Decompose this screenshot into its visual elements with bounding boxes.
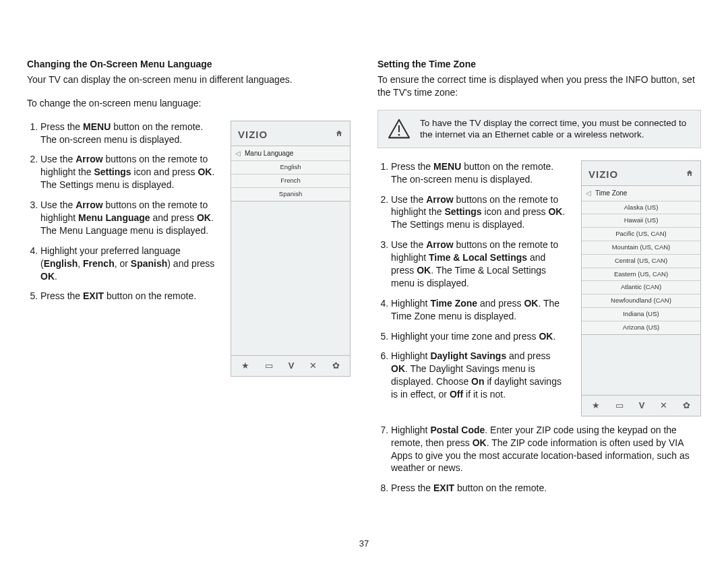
menu-row: Atlantic (CAN) <box>582 281 700 294</box>
menu-row: Mountain (US, CAN) <box>582 241 700 255</box>
gear-icon: ✿ <box>683 400 690 412</box>
screenshot-footer: ★ ▭ V ✕ ✿ <box>582 395 700 416</box>
menu-row: Hawaii (US) <box>582 214 700 228</box>
screenshot-time-zone: VIZIO ◁ Time Zone Alaska (US)Hawaii (US)… <box>581 160 701 416</box>
left-steps: Press the MENU button on the remote. The… <box>27 121 218 303</box>
list-item: Use the Arrow buttons on the remote to h… <box>391 193 569 232</box>
menu-row: Alaska (US) <box>582 201 700 215</box>
list-item: Press the EXIT button on the remote. <box>391 482 701 495</box>
warning-icon <box>388 119 411 139</box>
list-item: Highlight Time Zone and press OK. The Ti… <box>391 297 569 323</box>
star-icon: ★ <box>241 360 249 372</box>
warning-text: To have the TV display the correct time,… <box>420 117 691 141</box>
list-item: Press the EXIT button on the remote. <box>40 290 218 303</box>
star-icon: ★ <box>592 400 600 412</box>
home-icon <box>335 129 343 140</box>
brand-logo: VIZIO <box>588 168 618 181</box>
list-item: Highlight your preferred language (Engli… <box>40 245 218 283</box>
menu-row: English <box>231 161 350 175</box>
list-item: Press the MENU button on the remote. The… <box>40 121 218 146</box>
back-icon: ◁ <box>586 189 591 198</box>
list-item: Press the MENU button on the remote. The… <box>391 160 569 186</box>
list-item: Use the Arrow buttons on the remote to h… <box>391 239 569 290</box>
right-column: Setting the Time Zone To ensure the corr… <box>377 58 701 502</box>
home-icon <box>686 169 694 180</box>
close-icon: ✕ <box>660 400 667 412</box>
back-icon: ◁ <box>235 149 241 158</box>
svg-point-1 <box>398 134 400 136</box>
right-heading: Setting the Time Zone <box>377 58 701 71</box>
brand-logo: VIZIO <box>238 128 268 142</box>
v-icon: V <box>639 400 645 412</box>
close-icon: ✕ <box>309 360 317 372</box>
menu-row: Spanish <box>231 188 350 201</box>
menu-title: Manu Language <box>245 149 293 158</box>
screenshot-footer: ★ ▭ V ✕ ✿ <box>231 355 350 376</box>
v-icon: V <box>289 360 295 372</box>
menu-title-row: ◁ Manu Language <box>231 146 350 162</box>
menu-row: Indiana (US) <box>582 308 700 321</box>
list-item: Use the Arrow buttons on the remote to h… <box>40 153 218 191</box>
right-intro: To ensure the correct time is displayed … <box>377 73 701 99</box>
menu-row: Arizona (US) <box>582 321 700 334</box>
left-column: Changing the On-Screen Menu Language You… <box>27 58 351 502</box>
menu-rows: Alaska (US)Hawaii (US)Pacific (US, CAN)M… <box>582 201 700 334</box>
screenshot-menu-language: VIZIO ◁ Manu Language EnglishFrenchSpani… <box>231 121 351 377</box>
page-number: 37 <box>0 538 728 550</box>
box-icon: ▭ <box>615 400 624 412</box>
box-icon: ▭ <box>265 360 273 372</box>
menu-row: French <box>231 175 350 188</box>
list-item: Highlight your time zone and press OK. <box>391 330 569 343</box>
menu-title-row: ◁ Time Zone <box>582 186 700 201</box>
left-intro: Your TV can display the on-screen menu i… <box>27 73 351 86</box>
gear-icon: ✿ <box>332 360 340 372</box>
menu-row: Pacific (US, CAN) <box>582 228 700 241</box>
menu-row: Central (US, CAN) <box>582 255 700 268</box>
list-item: Highlight Postal Code. Enter your ZIP co… <box>391 424 701 475</box>
list-item: Use the Arrow buttons on the remote to h… <box>40 199 218 237</box>
menu-row: Eastern (US, CAN) <box>582 268 700 282</box>
list-item: Highlight Daylight Savings and press OK.… <box>391 350 569 401</box>
menu-title: Time Zone <box>595 189 627 198</box>
menu-rows: EnglishFrenchSpanish <box>231 161 350 200</box>
left-heading: Changing the On-Screen Menu Language <box>27 58 351 71</box>
warning-box: To have the TV display the correct time,… <box>377 110 701 148</box>
right-steps: Press the MENU button on the remote. The… <box>377 160 569 401</box>
right-post-steps: Highlight Postal Code. Enter your ZIP co… <box>377 424 701 495</box>
menu-row: Newfoundland (CAN) <box>582 294 700 308</box>
left-lead: To change the on-screen menu language: <box>27 97 351 110</box>
